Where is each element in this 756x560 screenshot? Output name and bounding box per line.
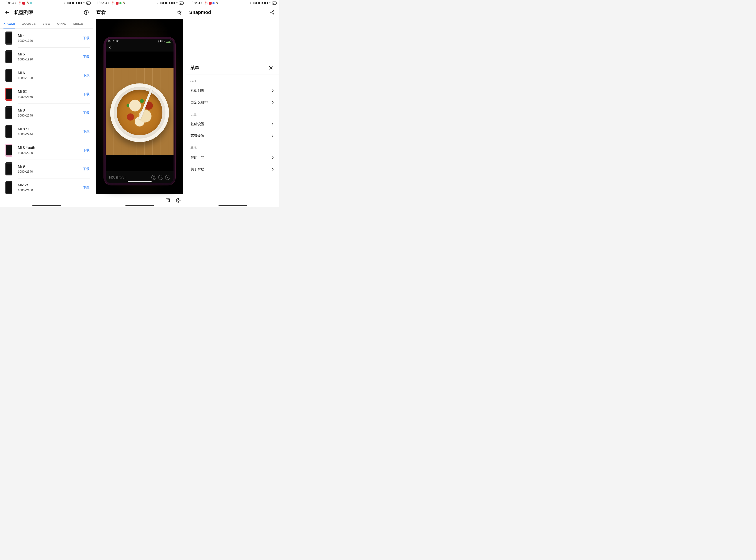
moon-icon: ☾ <box>201 1 204 4</box>
share-button[interactable] <box>268 9 276 16</box>
device-info: Mi 41080x1920 <box>15 33 83 43</box>
penguin-icon: 🐧 <box>122 1 125 4</box>
download-button[interactable]: 下载 <box>83 184 89 191</box>
device-row[interactable]: Mi 51080x1920下载 <box>0 47 93 66</box>
hd-indicator-2: HD <box>75 2 78 4</box>
status-time: 上午9:54 <box>3 1 14 5</box>
signal-icon: ▮▮ <box>160 40 163 43</box>
battery-indicator: 77 <box>179 1 183 4</box>
help-button[interactable] <box>83 9 90 16</box>
device-mockup: 晚上11:38 ᚼ ▮▮ ⌔ 121 <box>104 37 175 185</box>
emoji-icon: ☺ <box>158 175 163 180</box>
tab-meizu[interactable]: MEIZU <box>70 19 87 28</box>
menu-item[interactable]: 基础设置 <box>186 118 279 130</box>
mockup-content-image <box>106 52 174 172</box>
sheet-backdrop[interactable] <box>186 19 279 61</box>
alarm-icon: ⏰ <box>112 1 115 4</box>
status-time: 上午9:54 <box>189 1 200 5</box>
signal-icon-2: ▮▮▮ <box>171 1 174 4</box>
menu-item[interactable]: 自定义机型 <box>186 97 279 108</box>
download-button[interactable]: 下载 <box>83 166 89 173</box>
more-icon: ⋯ <box>33 1 36 4</box>
chevron-right-icon <box>271 100 275 104</box>
bluetooth-icon: ᚼ <box>249 1 252 4</box>
device-row[interactable]: Mi 91080x2340下载 <box>0 160 93 178</box>
device-name: Mi 9 <box>18 164 83 169</box>
device-info: Mi 51080x1920 <box>15 52 83 61</box>
menu-sheet: 菜单 模板机型列表自定义机型设置基础设置高级设置其他帮助引导关于帮助 <box>186 61 279 207</box>
chevron-right-icon <box>271 134 275 138</box>
status-time: 上午9:54 <box>96 1 107 5</box>
device-row[interactable]: Mix 2s1080x2160下载 <box>0 178 93 197</box>
palette-button[interactable] <box>175 197 182 204</box>
download-button[interactable]: 下载 <box>83 54 89 60</box>
section-label: 其他 <box>186 142 279 152</box>
download-button[interactable]: 下载 <box>83 35 89 41</box>
svg-point-1 <box>86 13 86 14</box>
favorite-button[interactable] <box>176 9 183 16</box>
back-button[interactable] <box>3 9 11 16</box>
device-resolution: 1080x2244 <box>18 132 83 136</box>
screen-device-list: 上午9:54 ☾ ⏰ 🐧 ⋯ ᚼ HD ▮▮▮ HD ▮▮▮ ⌔ 77 机型列表… <box>0 0 93 207</box>
download-button[interactable]: 下载 <box>83 128 89 135</box>
device-thumbnail <box>3 87 15 101</box>
device-name: Mi 4 <box>18 33 83 38</box>
home-indicator[interactable] <box>33 205 61 206</box>
tab-vivo[interactable]: VIVO <box>39 19 54 28</box>
app-badge-icon <box>209 2 212 4</box>
mockup-home-indicator <box>127 181 152 182</box>
device-name: Mi 8 <box>18 108 83 113</box>
download-button[interactable]: 下载 <box>83 72 89 79</box>
bluetooth-icon: ᚼ <box>63 1 66 4</box>
home-indicator[interactable] <box>219 205 247 206</box>
penguin-icon: 🐧 <box>216 1 219 4</box>
preview-canvas: 晚上11:38 ᚼ ▮▮ ⌔ 121 <box>93 19 186 207</box>
chevron-right-icon <box>271 89 275 93</box>
download-button[interactable]: 下载 <box>83 109 89 116</box>
tab-google[interactable]: GOOGLE <box>18 19 39 28</box>
more-icon: ⋯ <box>126 1 130 4</box>
hd-indicator: HD <box>253 2 256 4</box>
menu-item[interactable]: 关于帮助 <box>186 163 279 175</box>
device-row[interactable]: Mi 81080x2248下载 <box>0 103 93 122</box>
svg-point-4 <box>178 199 179 200</box>
tab-xiaomi[interactable]: XIAOMI <box>0 19 18 28</box>
tab-oppo[interactable]: OPPO <box>54 19 70 28</box>
wifi-icon: ⌔ <box>175 1 178 4</box>
menu-item-label: 自定义机型 <box>191 100 208 105</box>
add-icon: ＋ <box>165 175 170 180</box>
signal-icon: ▮▮▮ <box>71 1 74 4</box>
device-row[interactable]: Mi 8 SE1080x2244下载 <box>0 122 93 141</box>
device-row[interactable]: Mi 8 Youth1080x2280下载 <box>0 141 93 160</box>
page-title: 机型列表 <box>14 9 34 16</box>
device-info: Mi 61080x1920 <box>15 71 83 80</box>
device-list[interactable]: Mi 41080x1920下载Mi 51080x1920下载Mi 61080x1… <box>0 29 93 207</box>
menu-item-label: 高级设置 <box>191 134 204 138</box>
mockup-time: 晚上11:38 <box>108 40 119 43</box>
device-info: Mi 6X1080x2160 <box>15 89 83 99</box>
chevron-left-icon <box>108 46 112 49</box>
menu-item[interactable]: 高级设置 <box>186 130 279 142</box>
chevron-right-icon <box>271 167 275 171</box>
alarm-icon: ⏰ <box>19 1 21 4</box>
preview-background: 晚上11:38 ᚼ ▮▮ ⌔ 121 <box>96 19 183 194</box>
download-button[interactable]: 下载 <box>83 91 89 98</box>
hd-indicator: HD <box>67 2 70 4</box>
device-row[interactable]: Mi 6X1080x2160下载 <box>0 85 93 103</box>
menu-item[interactable]: 帮助引导 <box>186 152 279 163</box>
brand-tabs: XIAOMIGOOGLEVIVOOPPOMEIZU <box>0 19 93 29</box>
hd-indicator: HD <box>160 2 163 4</box>
save-button[interactable] <box>164 197 172 204</box>
app-bar: 机型列表 <box>0 6 93 19</box>
home-indicator[interactable] <box>125 205 154 206</box>
chevron-right-icon <box>271 122 275 126</box>
device-row[interactable]: Mi 41080x1920下载 <box>0 29 93 47</box>
wifi-icon: ⌔ <box>268 1 271 4</box>
device-name: Mi 5 <box>18 52 83 57</box>
close-button[interactable] <box>267 64 275 72</box>
screen-menu: 上午9:54 ☾ ⏰ 🐧 ⋯ ᚼ HD ▮▮▮ HD ▮▮▮ ⌔ 77 Snap… <box>186 0 279 207</box>
menu-item[interactable]: 机型列表 <box>186 85 279 97</box>
device-row[interactable]: Mi 61080x1920下载 <box>0 66 93 85</box>
status-bar: 上午9:54 ☾ ⏰ 🐧 ⋯ ᚼ HD ▮▮▮ HD ▮▮▮ ⌔ 77 <box>93 0 186 6</box>
download-button[interactable]: 下载 <box>83 147 89 154</box>
